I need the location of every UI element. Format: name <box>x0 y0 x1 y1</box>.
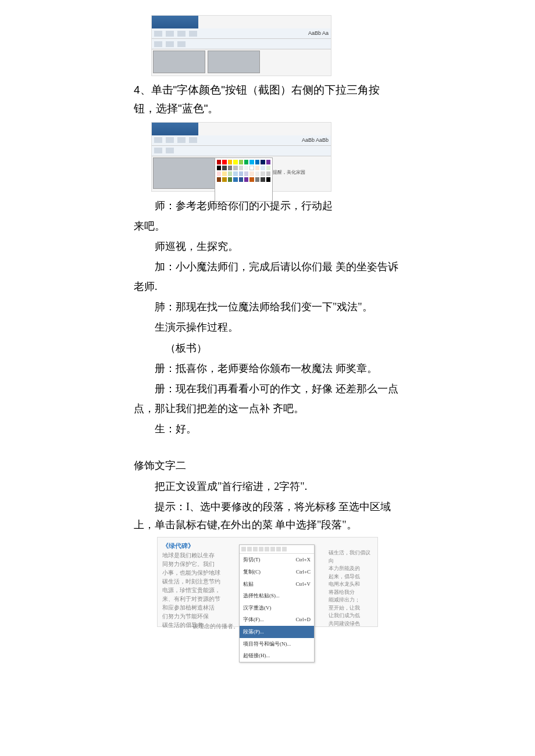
paragraph: 生：好。 <box>134 420 401 439</box>
paragraph: 师巡视，生探究。 <box>134 237 401 256</box>
word-screenshot-1: AaBb Aa <box>151 15 331 76</box>
menu-label: 超链接(H)... <box>243 651 270 661</box>
menu-item-paste[interactable]: 粘贴 Ctrl+V <box>240 578 314 590</box>
menu-label: 粘贴 <box>243 579 254 589</box>
menu-item-paste-special[interactable]: 选择性粘贴(S)... <box>240 590 314 602</box>
word-screenshot-2: AaBb AaBb 温馨提醒，美化家园 <box>151 122 331 192</box>
mini-toolbar <box>240 545 314 554</box>
paragraph: 生演示操作过程。 <box>134 318 401 337</box>
side-preview <box>261 49 331 74</box>
paragraph: （板书） <box>134 339 401 358</box>
menu-label: 字体(F)... <box>243 615 264 625</box>
ss3-doc-title: 《绿代碑》 <box>162 542 194 549</box>
paragraph: 加：小小魔法师们，完成后请以你们最 美的坐姿告诉老师. <box>134 257 401 296</box>
menu-item-font[interactable]: 字体(F)... Ctrl+D <box>240 614 314 626</box>
context-menu: 剪切(T) Ctrl+X 复制(C) Ctrl+C 粘贴 Ctrl+V 选择性粘… <box>239 544 315 662</box>
ribbon-tab <box>152 123 198 135</box>
document-body: AaBb Aa 4、单击"字体颜色"按钮（截图）右侧的下拉三角按钮，选择"蓝色"… <box>134 15 401 627</box>
menu-label: 复制(C) <box>243 567 261 577</box>
menu-shortcut: Ctrl+D <box>295 615 311 625</box>
color-palette <box>215 157 273 202</box>
toolbar-row: AaBb AaBb <box>152 135 331 146</box>
ss3-bg-text-right: 碳生活，我们倡议向 本力所能及的 起来，倡导低 电闸水龙头和 将器给我分 能减排… <box>329 549 375 628</box>
styles-label: AaBb AaBb <box>302 135 329 145</box>
step-4-instruction: 4、单击"字体颜色"按钮（截图）右侧的下拉三角按钮，选择"蓝色"。 <box>134 81 401 119</box>
ribbon-tab <box>152 16 198 28</box>
section-heading: 修饰文字二 <box>134 456 401 475</box>
doc-panel-left <box>153 51 205 73</box>
toolbar-row: AaBb Aa <box>152 28 331 39</box>
menu-item-paragraph[interactable]: 段落(P)... <box>240 626 314 638</box>
styles-label: AaBb Aa <box>308 28 329 38</box>
menu-item-hyperlink[interactable]: 超链接(H)... <box>240 650 314 662</box>
menu-item-bullets[interactable]: 项目符号和编号(N)... <box>240 638 314 650</box>
menu-shortcut: Ctrl+C <box>296 567 311 577</box>
menu-item-hanzi[interactable]: 汉字重选(V) <box>240 602 314 614</box>
menu-label: 项目符号和编号(N)... <box>243 639 291 649</box>
menu-label: 段落(P)... <box>243 627 264 637</box>
toolbar-row-2 <box>152 146 331 156</box>
paragraph-cont: 来吧。 <box>134 217 401 236</box>
paragraph: 册：抵喜你，老师要给你颁布一枚魔法 师奖章。 <box>134 359 401 378</box>
section2-intro: 把正文设置成"首行缩进，2字符". <box>134 478 401 496</box>
menu-item-copy[interactable]: 复制(C) Ctrl+C <box>240 566 314 578</box>
menu-label: 汉字重选(V) <box>243 603 272 613</box>
toolbar-row-2 <box>152 39 331 49</box>
paragraph: 肺：那现在找一位魔法师给我们变一下"戏法"。 <box>134 298 401 317</box>
word-screenshot-3: 《绿代碑》 地球是我们赖以生存 同努力保护它。我们 小事，也能为保护地球 碳生活… <box>157 537 378 627</box>
menu-label: 剪切(T) <box>243 555 261 565</box>
paragraph: 册：现在我们再看看小可的作文，好像 还差那么一点点，那让我们把差的这一点补 齐吧… <box>134 379 401 418</box>
section2-hint: 提示：I、选中要修改的段落，将光标移 至选中区域上，单击鼠标右键,在外出的菜 单… <box>134 498 401 533</box>
menu-shortcut: Ctrl+X <box>295 555 311 565</box>
menu-label: 选择性粘贴(S)... <box>243 591 280 601</box>
doc-panel-right <box>208 51 260 73</box>
menu-item-cut[interactable]: 剪切(T) Ctrl+X <box>240 554 314 566</box>
menu-shortcut: Ctrl+V <box>295 579 311 589</box>
